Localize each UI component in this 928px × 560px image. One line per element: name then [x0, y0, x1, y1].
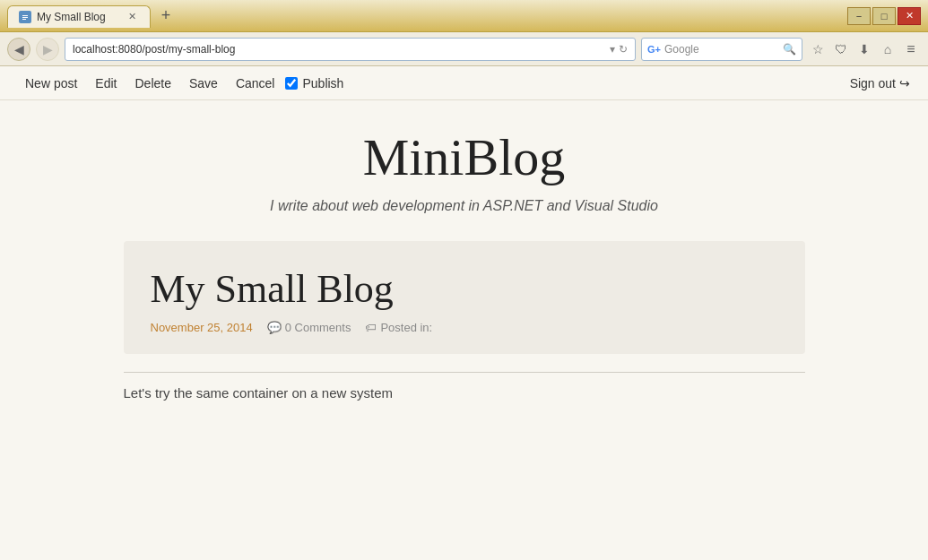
post-date: November 25, 2014: [151, 321, 253, 334]
posted-icon: 🏷: [365, 321, 377, 334]
address-text: localhost:8080/post/my-small-blog: [73, 43, 606, 56]
edit-button[interactable]: Edit: [88, 73, 124, 94]
tab-title: My Small Blog: [37, 11, 106, 23]
post-comments: 💬 0 Comments: [267, 321, 351, 334]
shield-icon[interactable]: 🛡: [831, 39, 851, 59]
maximize-button[interactable]: □: [872, 7, 896, 25]
toolbar: New post Edit Delete Save Cancel Publish…: [0, 66, 928, 100]
blog-title: MiniBlog: [124, 127, 805, 187]
back-icon: ◀: [14, 42, 24, 56]
search-icon: 🔍: [783, 43, 796, 56]
svg-rect-1: [22, 15, 28, 16]
browser-tab[interactable]: My Small Blog ✕: [7, 5, 151, 28]
close-button[interactable]: ✕: [898, 7, 921, 25]
comments-icon: 💬: [267, 321, 282, 334]
comments-count: 0 Comments: [285, 321, 351, 334]
publish-checkbox[interactable]: [285, 77, 298, 90]
nav-icons: ☆ 🛡 ⬇ ⌂ ≡: [808, 39, 921, 59]
publish-label[interactable]: Publish: [285, 76, 343, 90]
save-button[interactable]: Save: [182, 73, 225, 94]
svg-rect-2: [22, 17, 28, 18]
toolbar-right: Sign out ↪: [850, 76, 910, 90]
post-card: My Small Blog November 25, 2014 💬 0 Comm…: [124, 241, 805, 354]
bookmark-icon[interactable]: ☆: [808, 39, 828, 59]
tab-favicon: [19, 11, 31, 23]
refresh-icon[interactable]: ↻: [619, 43, 628, 56]
post-meta: November 25, 2014 💬 0 Comments 🏷 Posted …: [151, 321, 778, 334]
cancel-button[interactable]: Cancel: [229, 73, 282, 94]
browser-window: My Small Blog ✕ + − □ ✕ ◀ ▶ localhost:80…: [0, 0, 928, 560]
forward-icon: ▶: [43, 42, 53, 56]
forward-button[interactable]: ▶: [36, 38, 59, 61]
google-icon: G+: [647, 44, 661, 55]
dropdown-icon: ▾: [610, 43, 615, 56]
title-bar: My Small Blog ✕ + − □ ✕: [0, 0, 928, 32]
nav-bar: ◀ ▶ localhost:8080/post/my-small-blog ▾ …: [0, 32, 928, 66]
content-inner: MiniBlog I write about web development i…: [106, 100, 823, 436]
window-controls: − □ ✕: [847, 7, 921, 25]
address-icons: ▾ ↻: [610, 43, 628, 56]
tab-area: My Small Blog ✕ +: [7, 4, 840, 28]
delete-button[interactable]: Delete: [127, 73, 178, 94]
publish-text: Publish: [302, 76, 343, 90]
tab-close-button[interactable]: ✕: [125, 10, 139, 24]
post-posted: 🏷 Posted in:: [365, 321, 432, 334]
back-button[interactable]: ◀: [7, 38, 30, 61]
new-tab-button[interactable]: +: [154, 4, 178, 28]
new-post-button[interactable]: New post: [18, 73, 84, 94]
content-area[interactable]: MiniBlog I write about web development i…: [0, 100, 928, 560]
minimize-button[interactable]: −: [847, 7, 871, 25]
blog-subtitle: I write about web development in ASP.NET…: [124, 198, 805, 214]
search-bar[interactable]: G+ Google 🔍: [641, 38, 802, 61]
sign-out-icon: ↪: [899, 76, 910, 90]
post-excerpt: Let's try the same container on a new sy…: [124, 372, 805, 401]
download-icon[interactable]: ⬇: [854, 39, 874, 59]
excerpt-text: Let's try the same container on a new sy…: [124, 385, 394, 401]
search-placeholder: Google: [664, 43, 779, 56]
posted-label: Posted in:: [380, 321, 432, 334]
sign-out-button[interactable]: Sign out ↪: [850, 76, 910, 90]
svg-rect-3: [22, 19, 26, 20]
post-title: My Small Blog: [151, 266, 778, 312]
home-icon[interactable]: ⌂: [878, 39, 898, 59]
sign-out-text: Sign out: [850, 76, 896, 90]
address-bar[interactable]: localhost:8080/post/my-small-blog ▾ ↻: [65, 38, 636, 61]
menu-icon[interactable]: ≡: [901, 39, 921, 59]
